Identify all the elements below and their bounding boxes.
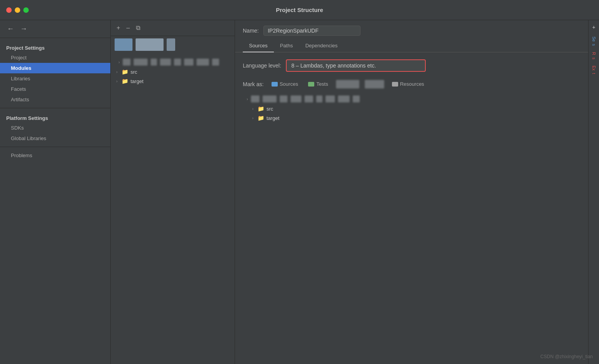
maximize-button[interactable] bbox=[23, 7, 29, 13]
language-level-label: Language level: bbox=[243, 62, 281, 69]
sidebar-item-modules[interactable]: Modules bbox=[0, 63, 110, 73]
module-header bbox=[111, 36, 235, 53]
tree-toolbar: + – ⧉ bbox=[111, 20, 235, 36]
blur-7 bbox=[197, 59, 209, 66]
name-label: Name: bbox=[243, 28, 259, 34]
forward-button[interactable]: → bbox=[19, 24, 29, 34]
sidebar-item-problems[interactable]: Problems bbox=[0, 150, 110, 161]
sidebar-item-sdks[interactable]: SDKs bbox=[0, 123, 110, 133]
content-blur-3 bbox=[280, 95, 287, 102]
right-panel-r-label[interactable]: R bbox=[592, 52, 596, 55]
right-panel-ex-label[interactable]: Ex bbox=[592, 66, 596, 71]
blur-8 bbox=[212, 59, 219, 66]
mark-tests-label: Tests bbox=[316, 81, 328, 87]
main-content: Name: IP2RegionSparkUDF Sources Paths De… bbox=[235, 20, 588, 364]
content-blur-8 bbox=[338, 95, 350, 102]
sidebar: ← → Project Settings Project Modules Lib… bbox=[0, 20, 111, 364]
right-panel-rs-label: s bbox=[592, 57, 596, 59]
content-tree-blur-row: › bbox=[235, 94, 588, 104]
content-blur-7 bbox=[326, 95, 335, 102]
content-blur-9 bbox=[353, 95, 360, 102]
right-panel-t-label: t bbox=[592, 73, 596, 74]
sidebar-divider bbox=[0, 108, 110, 108]
watermark: CSDN @zhixingheyi_tian bbox=[540, 354, 593, 359]
mark-btn-blur-1 bbox=[336, 80, 359, 88]
right-panel-se-label[interactable]: Se bbox=[592, 36, 596, 42]
blur-1 bbox=[123, 59, 131, 66]
blur-4 bbox=[160, 59, 171, 66]
chevron-right-icon-target: › bbox=[115, 79, 119, 83]
main-layout: ← → Project Settings Project Modules Lib… bbox=[0, 20, 599, 364]
module-suffix-blur bbox=[167, 38, 175, 51]
mark-sources-button[interactable]: Sources bbox=[269, 80, 301, 88]
content-blur-1 bbox=[251, 95, 259, 102]
remove-button[interactable]: – bbox=[124, 23, 132, 33]
right-panel: + Se s R s Ex t bbox=[588, 20, 599, 364]
tab-dependencies[interactable]: Dependencies bbox=[299, 40, 344, 52]
platform-settings-heading: Platform Settings bbox=[0, 111, 110, 123]
minimize-button[interactable] bbox=[15, 7, 20, 13]
name-value: IP2RegionSparkUDF bbox=[263, 26, 360, 36]
module-name-blur bbox=[136, 38, 164, 51]
target-folder-icon-content: 📁 bbox=[258, 115, 264, 121]
sidebar-item-facets[interactable]: Facets bbox=[0, 84, 110, 94]
tabs-row: Sources Paths Dependencies bbox=[235, 40, 588, 52]
traffic-lights bbox=[6, 7, 29, 13]
content-tree-row-target[interactable]: › 📁 target bbox=[235, 113, 588, 123]
target-content-label: target bbox=[266, 115, 279, 121]
sidebar-item-libraries[interactable]: Libraries bbox=[0, 73, 110, 84]
tests-folder-icon bbox=[308, 82, 314, 87]
tree-blurred-row-1: › bbox=[111, 57, 235, 67]
resources-folder-icon bbox=[392, 82, 398, 87]
tree-row-target[interactable]: › 📁 target bbox=[111, 76, 235, 86]
tree-row-src[interactable]: › 📁 src bbox=[111, 67, 235, 76]
sidebar-nav: Project Settings Project Modules Librari… bbox=[0, 38, 110, 164]
sidebar-item-project[interactable]: Project bbox=[0, 52, 110, 63]
language-level-select[interactable]: 8 – Lambdas, type annotations etc. bbox=[286, 59, 426, 72]
blur-3 bbox=[151, 59, 157, 66]
sidebar-divider-2 bbox=[0, 147, 110, 147]
project-settings-heading: Project Settings bbox=[0, 41, 110, 52]
back-button[interactable]: ← bbox=[5, 24, 16, 34]
mark-btn-blur-2 bbox=[365, 80, 384, 88]
chevron-right-icon: › bbox=[115, 70, 119, 74]
tab-sources[interactable]: Sources bbox=[243, 40, 274, 52]
mark-tests-button[interactable]: Tests bbox=[306, 80, 330, 88]
right-panel-s-label: s bbox=[592, 44, 596, 46]
folder-src-icon: 📁 bbox=[122, 69, 128, 75]
content-blur-6 bbox=[316, 95, 322, 102]
mark-resources-label: Resources bbox=[400, 81, 424, 87]
target-label: target bbox=[131, 78, 143, 84]
blur-6 bbox=[184, 59, 193, 66]
src-folder-icon-content: 📁 bbox=[258, 106, 264, 112]
tree-panel: + – ⧉ › › bbox=[111, 20, 235, 364]
blur-2 bbox=[134, 59, 148, 66]
right-panel-add-button[interactable]: + bbox=[592, 24, 595, 30]
mark-as-row: Mark as: Sources Tests Resources bbox=[235, 77, 588, 94]
add-button[interactable]: + bbox=[115, 23, 122, 33]
tree-content: › › 📁 src › 📁 target bbox=[111, 53, 235, 364]
src-content-label: src bbox=[266, 106, 273, 112]
blur-5 bbox=[174, 59, 181, 66]
content-tree-row-src[interactable]: › 📁 src bbox=[235, 104, 588, 113]
sidebar-item-artifacts[interactable]: Artifacts bbox=[0, 94, 110, 105]
src-chevron-icon: › bbox=[251, 107, 255, 111]
copy-button[interactable]: ⧉ bbox=[134, 23, 142, 33]
titlebar: Project Structure bbox=[0, 0, 599, 20]
module-icon bbox=[115, 38, 132, 51]
target-chevron-icon: › bbox=[251, 116, 255, 120]
mark-resources-button[interactable]: Resources bbox=[390, 80, 427, 88]
content-blur-4 bbox=[291, 95, 301, 102]
sources-folder-icon bbox=[272, 82, 278, 87]
mark-as-label: Mark as: bbox=[243, 81, 264, 87]
content-blur-2 bbox=[263, 95, 277, 102]
tab-paths[interactable]: Paths bbox=[274, 40, 299, 52]
window-title: Project Structure bbox=[276, 7, 323, 13]
close-button[interactable] bbox=[6, 7, 12, 13]
mark-sources-label: Sources bbox=[280, 81, 298, 87]
sidebar-item-global-libraries[interactable]: Global Libraries bbox=[0, 133, 110, 144]
language-level-row: Language level: 8 – Lambdas, type annota… bbox=[235, 52, 588, 77]
src-label: src bbox=[131, 69, 137, 75]
name-row: Name: IP2RegionSparkUDF bbox=[235, 20, 588, 40]
nav-toolbar: ← → bbox=[0, 20, 110, 38]
